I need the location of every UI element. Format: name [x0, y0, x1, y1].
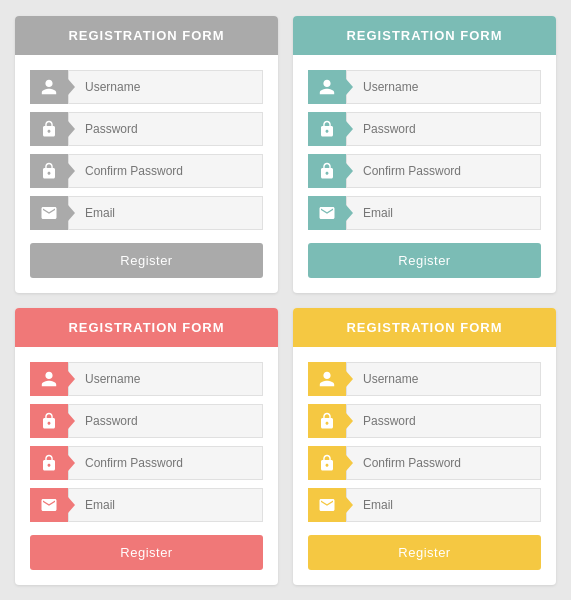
field-row [30, 70, 263, 104]
email-icon [30, 488, 68, 522]
user-icon [308, 70, 346, 104]
registration-form-yellow: REGISTRATION FORMRegister [293, 308, 556, 585]
registration-form-teal: REGISTRATION FORMRegister [293, 16, 556, 293]
lock-icon [308, 154, 346, 188]
field-row [308, 404, 541, 438]
registration-form-red: REGISTRATION FORMRegister [15, 308, 278, 585]
user-icon [308, 362, 346, 396]
email-icon [308, 196, 346, 230]
lock-icon [308, 112, 346, 146]
form-header: REGISTRATION FORM [293, 308, 556, 347]
lock-icon [30, 112, 68, 146]
email-field[interactable] [68, 488, 263, 522]
lock-icon [308, 446, 346, 480]
username-field[interactable] [346, 362, 541, 396]
register-button[interactable]: Register [30, 535, 263, 570]
user-icon [30, 362, 68, 396]
field-row [30, 404, 263, 438]
register-button[interactable]: Register [308, 243, 541, 278]
register-button[interactable]: Register [308, 535, 541, 570]
email-field[interactable] [346, 196, 541, 230]
password-field[interactable] [346, 112, 541, 146]
username-field[interactable] [68, 70, 263, 104]
form-body: Register [15, 347, 278, 585]
field-row [30, 446, 263, 480]
field-row [308, 112, 541, 146]
password-field[interactable] [346, 404, 541, 438]
forms-grid: REGISTRATION FORMRegisterREGISTRATION FO… [15, 16, 556, 585]
register-button[interactable]: Register [30, 243, 263, 278]
user-icon [30, 70, 68, 104]
field-row [30, 154, 263, 188]
password-field[interactable] [68, 112, 263, 146]
field-row [308, 196, 541, 230]
form-body: Register [293, 55, 556, 293]
username-field[interactable] [346, 70, 541, 104]
password-field[interactable] [68, 404, 263, 438]
form-body: Register [15, 55, 278, 293]
confirm-password-field[interactable] [68, 154, 263, 188]
field-row [308, 488, 541, 522]
confirm-password-field[interactable] [68, 446, 263, 480]
lock-icon [30, 404, 68, 438]
lock-icon [30, 446, 68, 480]
email-icon [30, 196, 68, 230]
confirm-password-field[interactable] [346, 154, 541, 188]
form-header: REGISTRATION FORM [293, 16, 556, 55]
confirm-password-field[interactable] [346, 446, 541, 480]
field-row [308, 70, 541, 104]
form-body: Register [293, 347, 556, 585]
field-row [308, 362, 541, 396]
form-header: REGISTRATION FORM [15, 308, 278, 347]
lock-icon [30, 154, 68, 188]
registration-form-gray: REGISTRATION FORMRegister [15, 16, 278, 293]
username-field[interactable] [68, 362, 263, 396]
email-field[interactable] [68, 196, 263, 230]
form-header: REGISTRATION FORM [15, 16, 278, 55]
field-row [30, 362, 263, 396]
field-row [30, 488, 263, 522]
email-field[interactable] [346, 488, 541, 522]
field-row [308, 154, 541, 188]
lock-icon [308, 404, 346, 438]
email-icon [308, 488, 346, 522]
field-row [308, 446, 541, 480]
field-row [30, 112, 263, 146]
field-row [30, 196, 263, 230]
